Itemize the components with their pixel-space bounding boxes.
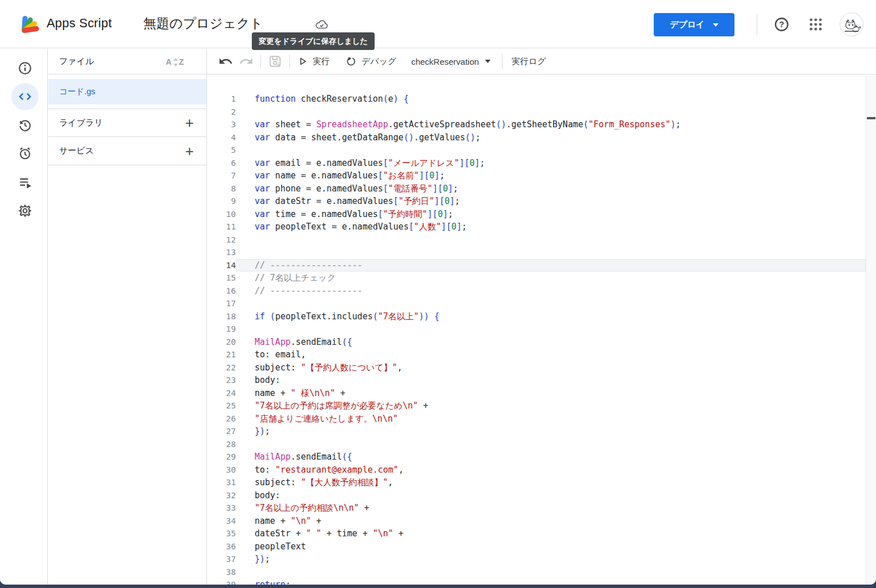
line-number[interactable]: 6 xyxy=(207,157,236,170)
debug-button[interactable]: デバッグ xyxy=(346,56,396,67)
code-line-38[interactable]: 38 xyxy=(207,566,866,579)
app-name[interactable]: Apps Script xyxy=(47,16,112,31)
code-line-29[interactable]: 29MailApp.sendEmail({ xyxy=(207,451,866,464)
line-number[interactable]: 22 xyxy=(207,361,236,374)
sidebar-item-project-history[interactable] xyxy=(11,111,39,139)
line-number[interactable]: 31 xyxy=(207,476,236,489)
google-apps-grid-icon[interactable] xyxy=(808,16,824,32)
line-number[interactable]: 34 xyxy=(207,515,236,528)
code-line-14[interactable]: 14// ------------------ xyxy=(207,259,866,272)
code-line-25[interactable]: 25"7名以上の予約は席調整が必要なため\n" + xyxy=(207,399,866,412)
function-selector-dropdown[interactable]: checkReservation xyxy=(411,57,490,66)
line-number[interactable]: 13 xyxy=(207,246,236,259)
code-line-11[interactable]: 11var peopleText = e.namedValues["人数"][0… xyxy=(207,220,866,233)
line-number[interactable]: 15 xyxy=(207,272,236,285)
line-number[interactable]: 9 xyxy=(207,195,236,208)
apps-script-logo-icon[interactable] xyxy=(19,12,43,36)
line-number[interactable]: 32 xyxy=(207,489,236,502)
code-line-19[interactable]: 19 xyxy=(207,323,866,336)
code-line-27[interactable]: 27}); xyxy=(207,425,866,438)
redo-button[interactable] xyxy=(239,54,254,69)
line-number[interactable]: 18 xyxy=(207,310,236,323)
code-line-21[interactable]: 21to: email, xyxy=(207,348,866,361)
code-line-30[interactable]: 30to: "restaurant@example.com", xyxy=(207,464,866,477)
code-line-20[interactable]: 20MailApp.sendEmail({ xyxy=(207,336,866,349)
line-number[interactable]: 36 xyxy=(207,540,236,553)
code-line-36[interactable]: 36peopleText xyxy=(207,540,866,553)
code-line-4[interactable]: 4var data = sheet.getDataRange().getValu… xyxy=(207,131,866,144)
line-number[interactable]: 30 xyxy=(207,464,236,477)
line-number[interactable]: 26 xyxy=(207,412,236,426)
line-number[interactable]: 39 xyxy=(207,578,236,585)
code-line-17[interactable]: 17 xyxy=(207,297,866,310)
line-number[interactable]: 35 xyxy=(207,527,236,540)
add-service-button[interactable]: + xyxy=(185,144,194,159)
code-line-7[interactable]: 7var name = e.namedValues["お名前"][0]; xyxy=(207,169,866,182)
line-number[interactable]: 20 xyxy=(207,336,236,349)
code-line-16[interactable]: 16// ------------------ xyxy=(207,285,866,298)
save-button[interactable] xyxy=(268,54,283,69)
line-number[interactable]: 19 xyxy=(207,323,236,336)
line-number[interactable]: 16 xyxy=(207,285,236,298)
line-number[interactable]: 12 xyxy=(207,233,236,247)
project-title[interactable]: 無題のプロジェクト xyxy=(143,15,263,32)
run-button[interactable]: 実行 xyxy=(297,56,330,67)
code-line-18[interactable]: 18if (peopleText.includes("7名以上")) { xyxy=(207,310,866,323)
sidebar-item-editor[interactable] xyxy=(11,83,39,110)
code-line-5[interactable]: 5 xyxy=(207,144,866,157)
code-line-10[interactable]: 10var time = e.namedValues["予約時間"][0]; xyxy=(207,208,866,221)
code-line-28[interactable]: 28 xyxy=(207,438,866,451)
line-number[interactable]: 11 xyxy=(207,220,236,233)
line-number[interactable]: 27 xyxy=(207,425,236,438)
sidebar-item-triggers[interactable] xyxy=(11,140,39,167)
line-number[interactable]: 3 xyxy=(207,118,236,131)
line-number[interactable]: 33 xyxy=(207,502,236,515)
editor-scrollbar-track[interactable] xyxy=(866,75,876,585)
add-library-button[interactable]: + xyxy=(185,115,194,130)
code-line-15[interactable]: 15// 7名以上チェック xyxy=(207,272,866,285)
code-line-12[interactable]: 12 xyxy=(207,233,866,247)
line-number[interactable]: 28 xyxy=(207,438,236,451)
line-number[interactable]: 21 xyxy=(207,348,236,361)
line-number[interactable]: 29 xyxy=(207,451,236,464)
code-line-32[interactable]: 32body: xyxy=(207,489,866,502)
code-line-24[interactable]: 24name + " 様\n\n" + xyxy=(207,387,866,400)
line-number[interactable]: 23 xyxy=(207,374,236,387)
execution-log-button[interactable]: 実行ログ xyxy=(512,56,546,67)
line-number[interactable]: 14 xyxy=(207,259,236,272)
code-line-2[interactable]: 2 xyxy=(207,106,866,119)
line-number[interactable]: 10 xyxy=(207,208,236,221)
code-line-35[interactable]: 35dateStr + " " + time + "\n" + xyxy=(207,527,866,540)
sidebar-item-settings[interactable] xyxy=(11,197,39,224)
code-line-22[interactable]: 22subject: "【予約人数について】", xyxy=(207,361,866,374)
deploy-button[interactable]: デプロイ xyxy=(654,13,734,36)
code-line-34[interactable]: 34name + "\n" + xyxy=(207,515,866,528)
sidebar-item-executions[interactable] xyxy=(11,169,39,196)
line-number[interactable]: 8 xyxy=(207,182,236,195)
code-line-13[interactable]: 13 xyxy=(207,246,866,259)
code-line-23[interactable]: 23body: xyxy=(207,374,866,387)
code-line-9[interactable]: 9var dateStr = e.namedValues["予約日"][0]; xyxy=(207,195,866,208)
code-line-3[interactable]: 3var sheet = SpreadsheetApp.getActiveSpr… xyxy=(207,118,866,131)
line-number[interactable]: 7 xyxy=(207,169,236,182)
code-line-37[interactable]: 37}); xyxy=(207,553,866,566)
undo-button[interactable] xyxy=(218,54,233,69)
code-line-6[interactable]: 6var email = e.namedValues["メールアドレス"][0]… xyxy=(207,157,866,170)
help-icon[interactable]: ? xyxy=(774,16,790,32)
line-number[interactable]: 24 xyxy=(207,387,236,400)
sidebar-item-overview[interactable] xyxy=(11,55,39,82)
line-number[interactable]: 17 xyxy=(207,297,236,310)
line-number[interactable]: 38 xyxy=(207,566,236,579)
line-number[interactable]: 4 xyxy=(207,131,236,144)
code-line-39[interactable]: 39return; xyxy=(207,578,866,585)
code-line-31[interactable]: 31subject: "【大人数予約相談】", xyxy=(207,476,866,489)
line-number[interactable]: 2 xyxy=(207,106,236,119)
code-line-1[interactable]: 1function checkReservation(e) { xyxy=(207,93,866,106)
line-number[interactable]: 5 xyxy=(207,144,236,157)
line-number[interactable]: 25 xyxy=(207,399,236,412)
sort-az-icon[interactable]: AZ xyxy=(165,56,185,68)
user-avatar[interactable] xyxy=(840,12,863,36)
code-line-8[interactable]: 8var phone = e.namedValues["電話番号"][0]; xyxy=(207,182,866,195)
code-line-26[interactable]: 26"店舗よりご連絡いたします。\n\n" xyxy=(207,412,866,426)
file-item-code-gs[interactable]: コード.gs xyxy=(48,79,206,105)
